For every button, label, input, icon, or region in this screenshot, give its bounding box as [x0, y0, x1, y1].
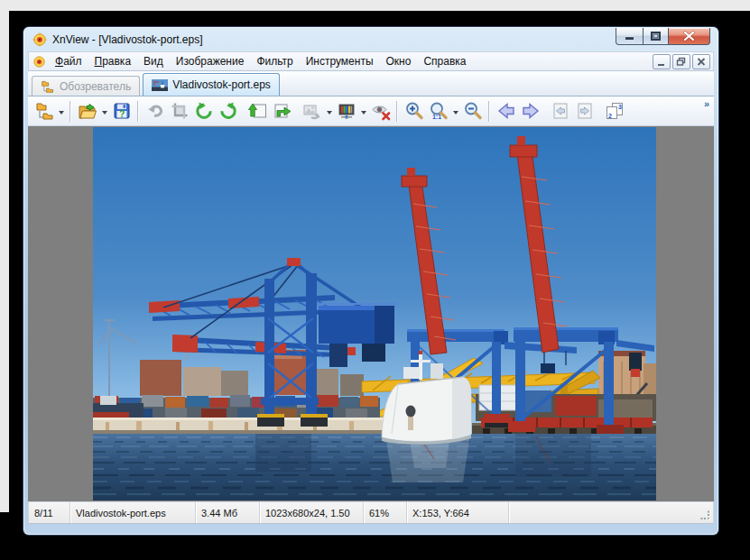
menu-view[interactable]: Вид [137, 53, 170, 69]
mdi-restore-button[interactable] [672, 54, 690, 69]
export-up-button[interactable] [245, 99, 270, 124]
next-page-button[interactable] [572, 99, 597, 124]
multipage-button[interactable]: 3 2 [602, 99, 626, 124]
status-filesize: 3.44 Мб [196, 502, 260, 523]
close-icon [696, 57, 707, 67]
forward-button[interactable] [270, 99, 294, 124]
menu-file[interactable]: Файл [49, 53, 88, 69]
maximize-button[interactable] [644, 28, 668, 45]
tab-label: Обозреватель [60, 80, 131, 93]
desktop: { "app": { "name": "XnView", "title": "X… [0, 0, 750, 560]
page-arrow-left-icon [551, 101, 570, 121]
menu-image[interactable]: Изображение [170, 53, 251, 69]
rotate-right-button[interactable] [216, 99, 240, 124]
status-image-index: 8/11 [29, 502, 70, 523]
tab-browser[interactable]: Обозреватель [32, 76, 140, 96]
desktop-strip-left [0, 11, 9, 512]
menu-help[interactable]: Справка [417, 53, 472, 69]
xnview-logo-icon [32, 32, 47, 47]
rotate-cw-icon [218, 101, 238, 121]
red-eye-icon [371, 101, 391, 121]
photo-water [93, 434, 656, 500]
status-bar: 8/11 Vladivostok-port.eps 3.44 Мб 1023x6… [28, 501, 714, 524]
pages-icon: 3 2 [605, 101, 625, 121]
crop-icon [170, 101, 190, 121]
zoom-one-to-one-icon: 1:1 [429, 101, 449, 121]
title-bar[interactable]: XnView - [Vladivostok-port.eps] [23, 27, 718, 51]
screen-adjust-dropdown[interactable] [358, 99, 368, 124]
menu-filter[interactable]: Фильтр [250, 53, 299, 69]
caption-buttons [616, 28, 710, 45]
toolbar-separator [137, 101, 139, 122]
viewer-canvas[interactable] [28, 126, 714, 501]
chevron-down-icon [102, 111, 107, 117]
status-cursor-position: X:153, Y:664 [407, 502, 509, 523]
open-dropdown[interactable] [99, 99, 109, 124]
restore-icon [676, 57, 687, 67]
page-arrow-right-icon [575, 101, 595, 121]
sheet-up-arrow-icon [248, 101, 268, 121]
minimize-button[interactable] [616, 28, 644, 45]
menu-window[interactable]: Окно [380, 53, 418, 69]
mdi-close-button[interactable] [692, 54, 710, 69]
menu-bar: Файл Правка Вид Изображение Фильтр Инстр… [28, 51, 714, 71]
browser-button[interactable] [32, 99, 56, 124]
close-button[interactable] [668, 28, 710, 45]
screen-adjust-button[interactable] [334, 99, 358, 124]
toolbar-separator [488, 101, 490, 122]
rotate-ccw-icon [194, 101, 214, 121]
minimize-icon [616, 28, 643, 44]
folder-tree-icon [41, 80, 55, 93]
zoom-dropdown[interactable] [450, 99, 460, 124]
tab-label: Vladivostok-port.eps [172, 78, 271, 91]
browser-dropdown[interactable] [56, 99, 66, 124]
arrow-left-icon [496, 101, 516, 121]
rotate-left-button[interactable] [191, 99, 216, 124]
open-button[interactable] [75, 99, 99, 124]
toolbar-separator [396, 101, 398, 122]
convert-dropdown[interactable] [324, 99, 334, 124]
zoom-in-icon [404, 101, 424, 121]
tab-image-vladivostok[interactable]: Vladivostok-port.eps [143, 73, 280, 96]
red-eye-removal-button[interactable] [368, 99, 393, 124]
undo-icon [145, 101, 165, 121]
zoom-ratio-label: 1:1 [431, 114, 440, 120]
save-question-badge: ? [119, 109, 125, 119]
undo-button[interactable] [143, 99, 167, 124]
save-button[interactable]: ? [109, 99, 134, 124]
toolbar: ? [28, 96, 714, 126]
toolbar-overflow-chevron[interactable]: » [704, 98, 709, 109]
sheet-right-arrow-icon [273, 101, 292, 121]
zoom-actual-size-button[interactable]: 1:1 [426, 99, 450, 124]
next-image-button[interactable] [518, 99, 542, 124]
status-zoom-level: 61% [364, 502, 407, 523]
previous-image-button[interactable] [494, 99, 518, 124]
open-folder-icon [78, 101, 97, 121]
chevron-down-icon [361, 111, 366, 117]
menu-tools[interactable]: Инструменты [300, 53, 380, 69]
desktop-strip-top [0, 0, 750, 11]
window-title: XnView - [Vladivostok-port.eps] [52, 33, 203, 46]
zoom-out-icon [463, 101, 483, 121]
menu-edit[interactable]: Правка [88, 53, 138, 69]
crop-button[interactable] [167, 99, 191, 124]
color-adjust-icon [337, 101, 356, 121]
restore-icon [644, 28, 668, 44]
resize-grip[interactable] [700, 510, 711, 521]
chevron-down-icon [59, 111, 64, 117]
previous-page-button[interactable] [548, 99, 572, 124]
chevron-down-icon [327, 111, 332, 117]
port-photo [93, 127, 656, 500]
status-dimensions: 1023x680x24, 1.50 [260, 502, 364, 523]
minimize-icon [656, 57, 667, 67]
mdi-minimize-button[interactable] [653, 54, 671, 69]
convert-button[interactable] [300, 99, 324, 124]
mdi-caption-buttons [653, 54, 710, 69]
close-icon [669, 28, 709, 44]
toolbar-separator [69, 101, 71, 122]
page-3-badge: 3 [618, 104, 622, 110]
zoom-out-button[interactable] [460, 99, 485, 124]
xnview-logo-icon [32, 55, 46, 69]
zoom-in-button[interactable] [402, 99, 426, 124]
convert-image-icon [302, 101, 322, 121]
